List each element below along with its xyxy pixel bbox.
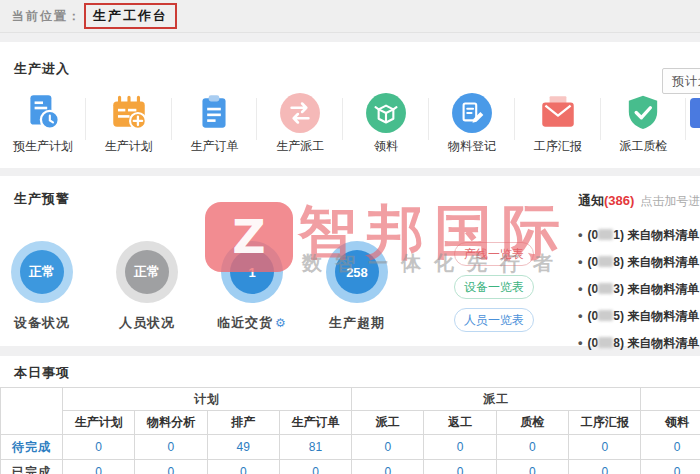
- gauge-label-near-delivery: 临近交货⚙: [192, 314, 312, 332]
- row-label-pending: 待完成: [1, 435, 63, 460]
- cell-value[interactable]: 0: [424, 435, 496, 460]
- today-items-panel: 本日事项 计划 派工 生产计划 物料分析 排产 生产订单 派工 返工: [0, 356, 700, 474]
- column-header: 工序汇报: [569, 411, 641, 435]
- equipment-list-button[interactable]: 设备一览表: [454, 275, 534, 299]
- bullet-icon: •: [578, 254, 583, 269]
- gauge-equipment-status[interactable]: 正常: [11, 241, 73, 303]
- cell-value[interactable]: 0: [424, 460, 496, 474]
- notice-list-item[interactable]: •(01) 来自物料清单：飞: [578, 221, 700, 248]
- cell-value[interactable]: 0: [279, 460, 351, 474]
- cell-value[interactable]: 0: [641, 460, 700, 474]
- row-label-completed: 已完成: [1, 460, 63, 474]
- cell-value[interactable]: 0: [207, 460, 279, 474]
- breadcrumb: 当前位置： 生产工作台: [0, 0, 700, 33]
- gauge-near-delivery[interactable]: 1: [221, 241, 283, 303]
- section-title-warning: 生产预警: [14, 190, 70, 208]
- notice-hint: 点击加号进行通知: [640, 194, 700, 208]
- notice-list-item[interactable]: •(03) 来自物料清单：55: [578, 275, 700, 302]
- preplan-button[interactable]: 预计划: [662, 68, 700, 94]
- column-header: 领料: [641, 411, 700, 435]
- doc-clock-icon: [22, 92, 64, 134]
- calendar-plus-icon: [108, 92, 150, 134]
- notice-list-item[interactable]: •(08) 来自物料清单：Su: [578, 329, 700, 356]
- cell-value[interactable]: 0: [352, 460, 424, 474]
- cell-value: 81: [279, 435, 351, 460]
- section-title-today: 本日事项: [14, 364, 70, 382]
- notice-count[interactable]: (386): [604, 193, 634, 208]
- transfer-arrows-icon: [279, 92, 321, 134]
- entry-item-production-order[interactable]: 生产订单: [172, 92, 258, 164]
- notice-title: 通知: [578, 193, 604, 208]
- cell-value[interactable]: 0: [63, 435, 135, 460]
- column-group-plan: 计划: [63, 388, 352, 411]
- production-line-list-button[interactable]: 产线一览表: [454, 242, 534, 266]
- clipboard-icon: [193, 92, 235, 134]
- entry-icon-row: 预生产计划 生产计划: [0, 92, 700, 164]
- cell-value[interactable]: 0: [135, 460, 207, 474]
- column-header: 质检: [496, 411, 568, 435]
- redacted-text: [598, 337, 613, 348]
- breadcrumb-current-page: 生产工作台: [84, 3, 177, 29]
- doc-pen-icon: [451, 92, 493, 134]
- entry-item-label: 生产派工: [276, 138, 324, 155]
- bullet-icon: •: [578, 227, 583, 242]
- cell-value[interactable]: 0: [569, 460, 641, 474]
- entry-item-label: 派工质检: [619, 138, 667, 155]
- entry-item-label: 生产订单: [190, 138, 238, 155]
- column-header: 返工: [424, 411, 496, 435]
- cell-value[interactable]: 0: [569, 435, 641, 460]
- entry-item-process-report[interactable]: 工序汇报: [515, 92, 601, 164]
- clipped-icon[interactable]: [690, 98, 700, 128]
- cell-value[interactable]: 0: [352, 435, 424, 460]
- personnel-list-button[interactable]: 人员一览表: [454, 308, 534, 332]
- breadcrumb-label: 当前位置：: [12, 8, 82, 25]
- bullet-icon: •: [578, 308, 583, 323]
- gauge-production-overdue[interactable]: 258: [326, 241, 388, 303]
- entry-item-material-picking[interactable]: 领料: [343, 92, 429, 164]
- gauge-value: 1: [230, 250, 274, 294]
- column-header: 生产计划: [63, 411, 135, 435]
- shield-check-icon: [622, 92, 664, 134]
- bullet-icon: •: [578, 335, 583, 350]
- table-row-completed: 已完成 0 0 0 0 0 0 0 0 0: [1, 460, 700, 474]
- cell-value[interactable]: 0: [641, 435, 700, 460]
- entry-item-label: 领料: [374, 138, 398, 155]
- entry-item-production-dispatch[interactable]: 生产派工: [257, 92, 343, 164]
- column-group-dispatch: 派工: [352, 388, 641, 411]
- redacted-text: [598, 283, 613, 294]
- cell-value[interactable]: 0: [496, 460, 568, 474]
- column-header: 物料分析: [135, 411, 207, 435]
- table-row-pending: 待完成 0 0 49 81 0 0 0 0 0: [1, 435, 700, 460]
- entry-item-pre-production-plan[interactable]: 预生产计划: [0, 92, 86, 164]
- redacted-text: [598, 256, 613, 267]
- column-group-clipped: [641, 388, 700, 411]
- entry-item-label: 预生产计划: [13, 138, 73, 155]
- gauge-value: 正常: [125, 250, 169, 294]
- today-items-table: 计划 派工 生产计划 物料分析 排产 生产订单 派工 返工 质检 工序汇报 领料…: [0, 387, 700, 474]
- notice-header: 通知(386)点击加号进行通知: [578, 192, 700, 210]
- gauge-personnel-status[interactable]: 正常: [116, 241, 178, 303]
- cell-value[interactable]: 0: [63, 460, 135, 474]
- gauge-value: 258: [335, 250, 379, 294]
- entry-item-label: 生产计划: [105, 138, 153, 155]
- notice-list-item[interactable]: •(08) 来自物料清单：55: [578, 248, 700, 275]
- production-warning-panel: 生产预警 正常 正常 1 258 设备状况 人员状况 临近交货⚙ 生产超期 产线…: [0, 176, 700, 346]
- production-entry-panel: 生产进入 预计划 预生产计划: [0, 42, 700, 168]
- entry-item-label: 物料登记: [448, 138, 496, 155]
- notice-panel: 通知(386)点击加号进行通知 •(01) 来自物料清单：飞 •(08) 来自物…: [578, 192, 700, 356]
- cell-value[interactable]: 0: [496, 435, 568, 460]
- box-icon: [365, 92, 407, 134]
- envelope-icon: [537, 92, 579, 134]
- gauge-value: 正常: [20, 250, 64, 294]
- entry-item-dispatch-qc[interactable]: 派工质检: [601, 92, 687, 164]
- gear-icon[interactable]: ⚙: [275, 316, 287, 330]
- column-header: 生产订单: [279, 411, 351, 435]
- column-header: 排产: [207, 411, 279, 435]
- entry-item-material-register[interactable]: 物料登记: [429, 92, 515, 164]
- table-corner-cell: [1, 388, 63, 435]
- cell-value[interactable]: 0: [135, 435, 207, 460]
- entry-item-production-plan[interactable]: 生产计划: [86, 92, 172, 164]
- cell-value[interactable]: 49: [207, 435, 279, 460]
- gauge-label-personnel: 人员状况: [87, 314, 207, 332]
- notice-list-item[interactable]: •(05) 来自物料清单：1/: [578, 302, 700, 329]
